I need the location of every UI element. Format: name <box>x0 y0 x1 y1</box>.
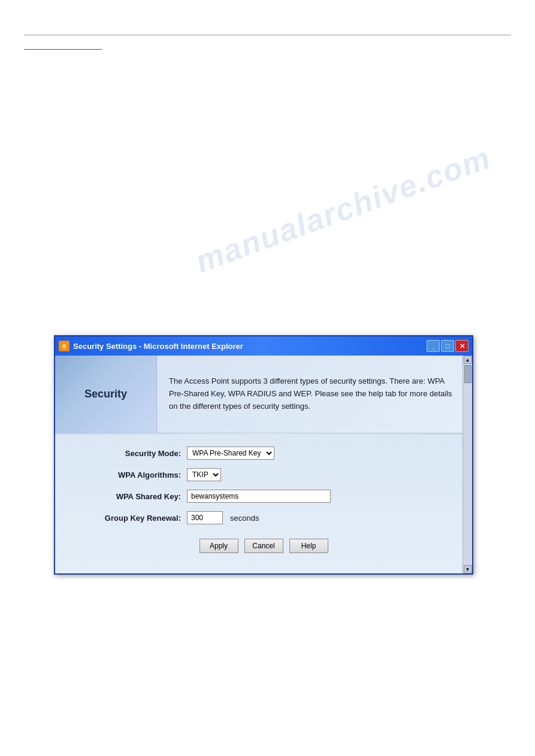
title-bar: e Security Settings - Microsoft Internet… <box>55 336 472 356</box>
security-mode-row: Security Mode: WPA Pre-Shared Key WPA RA… <box>73 447 454 460</box>
minimize-button[interactable]: _ <box>427 340 440 352</box>
sub-divider-line <box>24 49 102 50</box>
window-icon: e <box>59 341 69 351</box>
scrollbar-thumb[interactable] <box>464 365 471 383</box>
sidebar-title: Security <box>84 388 127 400</box>
group-key-renewal-input[interactable] <box>187 511 223 524</box>
security-mode-label: Security Mode: <box>73 449 187 458</box>
wpa-shared-key-label: WPA Shared Key: <box>73 492 187 501</box>
seconds-label: seconds <box>230 514 259 523</box>
wpa-algorithms-select[interactable]: TKIP AES <box>187 468 221 481</box>
scrollbar-down-arrow[interactable]: ▼ <box>464 565 472 573</box>
wpa-algorithms-control: TKIP AES <box>187 468 221 481</box>
wpa-shared-key-control <box>187 490 331 503</box>
window-content: Security The Access Point supports 3 dif… <box>55 356 472 573</box>
wpa-shared-key-input[interactable] <box>187 490 331 503</box>
window-title: Security Settings - Microsoft Internet E… <box>73 342 243 351</box>
apply-button[interactable]: Apply <box>200 539 238 553</box>
form-area: Security Mode: WPA Pre-Shared Key WPA RA… <box>55 435 472 573</box>
wpa-algorithms-label: WPA Algorithms: <box>73 470 187 479</box>
content-area: Security The Access Point supports 3 dif… <box>55 356 472 573</box>
wpa-algorithms-row: WPA Algorithms: TKIP AES <box>73 468 454 481</box>
sidebar-panel: Security <box>55 356 157 433</box>
window-inner: Security The Access Point supports 3 dif… <box>55 356 472 573</box>
security-mode-select[interactable]: WPA Pre-Shared Key WPA RADIUS WEP None <box>187 447 274 460</box>
security-mode-control: WPA Pre-Shared Key WPA RADIUS WEP None <box>187 447 274 460</box>
group-key-renewal-row: Group Key Renewal: seconds <box>73 511 454 524</box>
description-text: The Access Point supports 3 different ty… <box>169 375 460 412</box>
main-window: e Security Settings - Microsoft Internet… <box>54 335 473 575</box>
cancel-button[interactable]: Cancel <box>244 539 283 553</box>
buttons-row: Apply Cancel Help <box>73 533 454 561</box>
title-bar-buttons: _ □ ✕ <box>427 340 468 352</box>
top-divider-line <box>24 35 511 35</box>
scrollbar-track: ▲ ▼ <box>463 356 472 573</box>
wpa-shared-key-row: WPA Shared Key: <box>73 490 454 503</box>
top-panel: Security The Access Point supports 3 dif… <box>55 356 472 433</box>
maximize-button[interactable]: □ <box>441 340 454 352</box>
close-button[interactable]: ✕ <box>455 340 468 352</box>
description-panel: The Access Point supports 3 different ty… <box>157 356 472 433</box>
group-key-renewal-label: Group Key Renewal: <box>73 514 187 523</box>
help-button[interactable]: Help <box>289 539 328 553</box>
watermark: manualarchive.com <box>191 139 496 280</box>
title-bar-left: e Security Settings - Microsoft Internet… <box>59 341 243 351</box>
scrollbar-up-arrow[interactable]: ▲ <box>464 356 472 364</box>
group-key-renewal-control: seconds <box>187 511 259 524</box>
